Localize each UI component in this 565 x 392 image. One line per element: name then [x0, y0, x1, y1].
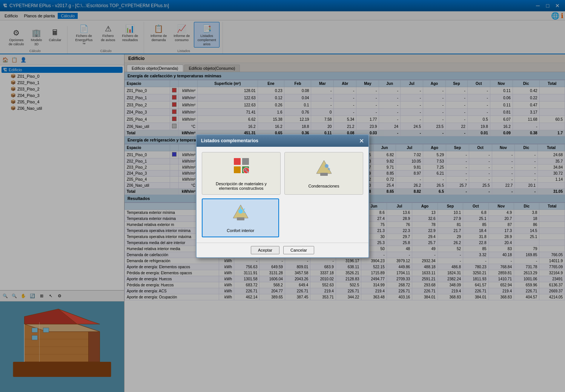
modal-backdrop: Listados complementarios ✕ 🔧 — [0, 0, 565, 392]
svg-point-23 — [328, 168, 330, 170]
modal-card-confort[interactable]: Confort interior — [202, 198, 279, 237]
condensaciones-icon — [315, 158, 333, 181]
modal-cancel-button[interactable]: Cancelar — [283, 246, 314, 254]
modal-listados-complementarios: Listados complementarios ✕ 🔧 — [196, 134, 369, 258]
materiales-label: Descripción de materiales y elementos co… — [206, 181, 276, 191]
svg-text:🔧: 🔧 — [244, 168, 249, 173]
modal-close-button[interactable]: ✕ — [359, 137, 364, 145]
modal-row-2: Confort interior — [202, 198, 363, 237]
modal-accept-button[interactable]: Aceptar — [251, 246, 279, 254]
svg-rect-16 — [242, 158, 249, 165]
svg-point-22 — [325, 164, 329, 168]
modal-row-1: 🔧 Descripción de materiales y elementos … — [202, 152, 363, 195]
condensaciones-label: Condensaciones — [309, 184, 339, 188]
svg-rect-25 — [237, 217, 244, 220]
svg-point-26 — [238, 209, 243, 214]
svg-marker-20 — [316, 160, 332, 174]
svg-rect-21 — [320, 173, 328, 176]
modal-card-condensaciones[interactable]: Condensaciones — [284, 152, 363, 195]
modal-body: 🔧 Descripción de materiales y elementos … — [197, 147, 368, 243]
modal-footer: Aceptar Cancelar — [197, 243, 368, 257]
modal-header: Listados complementarios ✕ — [197, 135, 368, 147]
modal-title: Listados complementarios — [201, 138, 258, 143]
materiales-icon: 🔧 — [232, 156, 251, 178]
modal-card-materiales[interactable]: 🔧 Descripción de materiales y elementos … — [202, 152, 281, 195]
svg-line-28 — [243, 209, 245, 210]
svg-rect-15 — [234, 166, 241, 173]
confort-icon — [231, 203, 250, 225]
confort-label: Confort interior — [227, 228, 254, 233]
svg-rect-14 — [234, 158, 241, 165]
